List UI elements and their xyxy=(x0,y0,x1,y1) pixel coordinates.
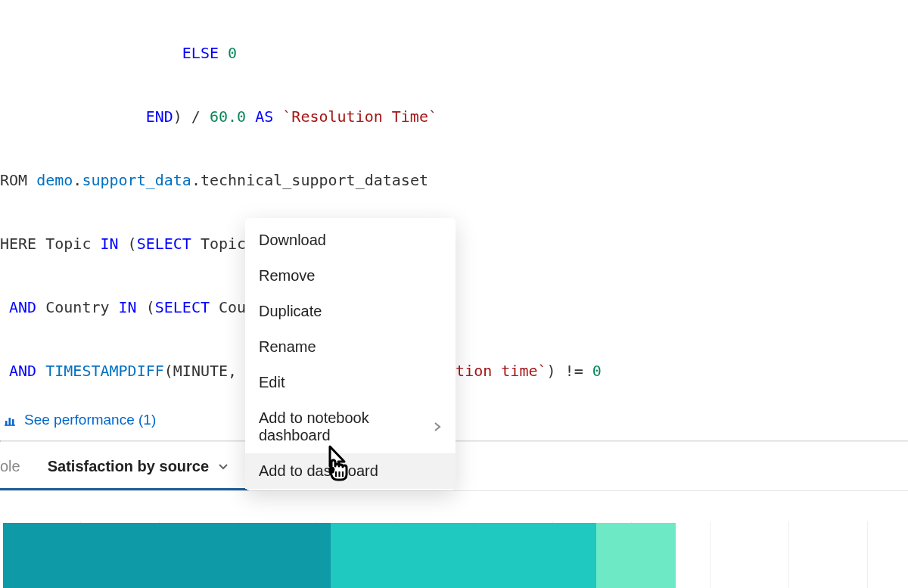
keyword-else: ELSE xyxy=(182,44,219,62)
tab-label: Satisfaction by source xyxy=(48,458,209,475)
alias-resolution-time: `Resolution Time` xyxy=(282,107,437,126)
menu-duplicate[interactable]: Duplicate xyxy=(245,294,456,329)
bar-segment[interactable] xyxy=(331,523,596,588)
performance-link-label: See performance (1) xyxy=(24,412,156,428)
stacked-bar-chart xyxy=(0,490,908,588)
menu-rename[interactable]: Rename xyxy=(245,329,456,365)
menu-add-to-dashboard[interactable]: Add to dashboard xyxy=(245,453,456,489)
menu-edit[interactable]: Edit xyxy=(245,365,456,400)
chevron-right-icon xyxy=(433,418,442,436)
literal-sixty: 60.0 xyxy=(210,107,246,126)
chart-icon xyxy=(3,413,17,427)
svg-rect-3 xyxy=(12,419,14,425)
menu-download[interactable]: Download xyxy=(245,222,456,258)
keyword-end: END xyxy=(146,107,173,126)
menu-add-to-notebook-dashboard[interactable]: Add to notebook dashboard xyxy=(245,400,456,453)
tab-context-menu: Download Remove Duplicate Rename Edit Ad… xyxy=(245,218,456,490)
menu-remove[interactable]: Remove xyxy=(245,258,456,294)
tab-partial[interactable]: ole xyxy=(0,442,34,490)
svg-rect-2 xyxy=(9,418,11,425)
literal-zero: 0 xyxy=(219,44,237,62)
tab-satisfaction-by-source[interactable]: Satisfaction by source xyxy=(34,442,244,490)
bar-segment[interactable] xyxy=(3,523,331,588)
bar-segment[interactable] xyxy=(596,523,676,588)
svg-rect-1 xyxy=(5,421,8,425)
chevron-down-icon[interactable] xyxy=(216,459,230,473)
chart-bar-row xyxy=(3,521,908,588)
